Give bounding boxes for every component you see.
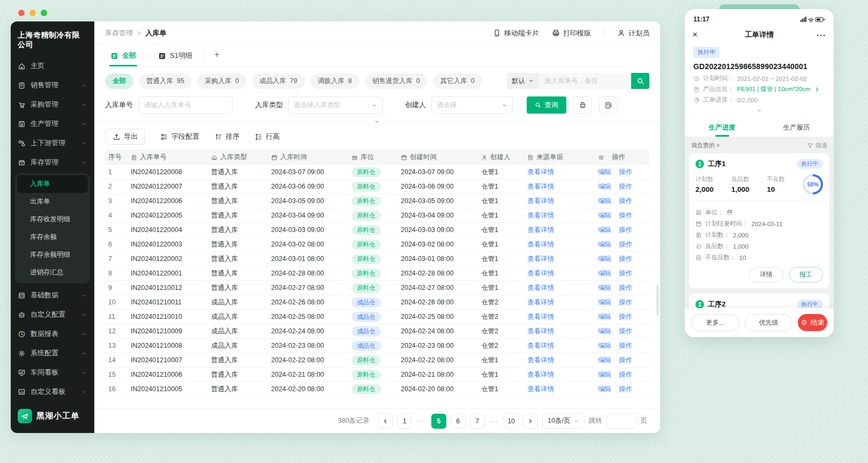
view-detail-link[interactable]: 查看详情	[527, 269, 554, 278]
table-row[interactable]: 9IN202401210012普通入库2024-02-27 08:00原料仓20…	[105, 281, 649, 295]
view-detail-link[interactable]: 查看详情	[527, 298, 554, 307]
action-link[interactable]: 操作	[619, 370, 632, 379]
view-detail-link[interactable]: 查看详情	[527, 226, 554, 235]
page-button-6[interactable]: 6	[451, 414, 466, 429]
edit-link[interactable]: 编辑	[598, 226, 611, 235]
view-detail-link[interactable]: 查看详情	[527, 370, 554, 379]
inbound-type-select[interactable]: 请选择入库类型	[288, 96, 383, 114]
action-link[interactable]: 操作	[619, 356, 632, 365]
page-size-select[interactable]: 10条/页	[542, 414, 584, 429]
tab-production-history[interactable]: 生产履历	[759, 118, 834, 137]
sidebar-item-purchase[interactable]: 采购管理	[11, 95, 94, 114]
table-row[interactable]: 11IN202401210010成品入库2024-02-25 08:00成品仓2…	[105, 310, 649, 324]
edit-link[interactable]: 编辑	[598, 327, 611, 336]
column-header[interactable]: 操作	[595, 153, 649, 162]
edit-link[interactable]: 编辑	[598, 312, 611, 322]
sidebar-item-home[interactable]: 主页	[11, 56, 94, 76]
sidebar-item-sales[interactable]: 销售管理	[11, 76, 94, 95]
column-header[interactable]: 入库类型	[208, 153, 268, 162]
page-button-7[interactable]: 7	[470, 414, 485, 429]
table-row[interactable]: 6IN202401220003普通入库2024-03-02 08:00原料仓20…	[105, 237, 649, 252]
edit-link[interactable]: 编辑	[598, 168, 611, 177]
close-icon[interactable]: ×	[692, 29, 703, 40]
user-role-menu[interactable]: 计划员	[617, 28, 649, 38]
sidebar-item-supply-chain[interactable]: 上下游管理	[11, 133, 94, 153]
minimize-window-button[interactable]	[29, 10, 36, 16]
edit-link[interactable]: 编辑	[598, 385, 611, 394]
my-tasks-filter-tag[interactable]: 我负责的 ×	[691, 141, 720, 150]
column-header[interactable]: 序号	[105, 153, 128, 162]
mobile-card-button[interactable]: 移动端卡片	[493, 28, 539, 38]
filter-chip-transfer-in[interactable]: 调拨入库8	[310, 73, 360, 89]
sidebar-item-inventory[interactable]: 库存管理	[11, 153, 94, 172]
action-link[interactable]: 操作	[619, 211, 632, 220]
column-header[interactable]: 入库时间	[268, 153, 348, 162]
table-row[interactable]: 12IN202401210009成品入库2024-02-24 08:00成品仓2…	[105, 324, 649, 339]
filter-chip-sales-return-in[interactable]: 销售退货入库0	[365, 73, 428, 89]
priority-button[interactable]: 优先级	[745, 314, 793, 331]
sidebar-subitem-inbound[interactable]: 入库单	[17, 175, 88, 193]
search-mode-select[interactable]: 默认	[507, 73, 539, 89]
row-height-button[interactable]: 行高	[255, 132, 280, 141]
table-row[interactable]: 3IN202401220006普通入库2024-03-05 09:00原料仓20…	[105, 194, 649, 208]
report-work-button[interactable]: 报工	[789, 267, 823, 282]
table-row[interactable]: 1IN202401220008普通入库2024-03-07 09:00原料仓20…	[105, 165, 649, 180]
column-header[interactable]: 入库单号	[128, 153, 208, 162]
filter-chip-all[interactable]: 全部	[105, 73, 133, 89]
page-button-10[interactable]: 10	[504, 414, 519, 429]
action-link[interactable]: 操作	[619, 182, 632, 191]
sidebar-item-system-config[interactable]: 系统配置	[11, 343, 94, 363]
close-window-button[interactable]	[18, 10, 25, 16]
action-link[interactable]: 操作	[619, 341, 632, 350]
sidebar-subitem-stock-balance-detail[interactable]: 库存余额明细	[17, 246, 88, 264]
view-detail-link[interactable]: 查看详情	[527, 312, 554, 322]
edit-link[interactable]: 编辑	[598, 370, 611, 379]
add-tab-button[interactable]: +	[209, 50, 225, 66]
page-ellipsis[interactable]: ···	[416, 417, 427, 425]
sidebar-subitem-psi-summary[interactable]: 进销存汇总	[17, 264, 88, 281]
edit-link[interactable]: 编辑	[598, 182, 611, 191]
maximize-window-button[interactable]	[41, 10, 47, 16]
action-link[interactable]: 操作	[619, 298, 632, 307]
column-header[interactable]: 创建人	[478, 153, 524, 162]
page-button-1[interactable]: 1	[397, 414, 412, 429]
page-button-5[interactable]: 5	[431, 414, 446, 429]
field-config-button[interactable]: 字段配置	[160, 132, 199, 141]
more-icon[interactable]: ···	[815, 31, 826, 40]
prev-page-button[interactable]	[378, 414, 393, 429]
view-detail-link[interactable]: 查看详情	[527, 255, 554, 264]
filter-scheme-button[interactable]	[599, 96, 618, 114]
next-page-button[interactable]	[523, 414, 538, 429]
action-link[interactable]: 操作	[619, 327, 632, 336]
print-template-button[interactable]: 打印模版	[552, 28, 591, 38]
query-button[interactable]: 查询	[527, 96, 566, 114]
table-row[interactable]: 10IN202401210011成品入库2024-02-26 08:00成品仓2…	[105, 295, 649, 310]
page-ellipsis[interactable]: ···	[489, 417, 500, 425]
view-detail-link[interactable]: 查看详情	[527, 341, 554, 350]
view-detail-link[interactable]: 查看详情	[527, 240, 554, 249]
quick-search-button[interactable]	[631, 73, 649, 89]
table-row[interactable]: 15IN202401210006普通入库2024-02-21 08:00原料仓2…	[105, 368, 649, 382]
action-link[interactable]: 操作	[619, 240, 632, 249]
sidebar-item-custom-board[interactable]: 自定义看板	[11, 382, 94, 401]
tab-all[interactable]: 全部	[105, 51, 141, 66]
sidebar-item-custom-config[interactable]: 自定义配置	[11, 305, 94, 324]
edit-link[interactable]: 编辑	[598, 356, 611, 365]
sort-button[interactable]: 排序	[214, 132, 240, 141]
view-detail-link[interactable]: 查看详情	[527, 182, 554, 191]
sidebar-subitem-outbound[interactable]: 出库单	[17, 193, 88, 211]
view-detail-link[interactable]: 查看详情	[527, 356, 554, 365]
action-link[interactable]: 操作	[619, 197, 632, 206]
view-detail-link[interactable]: 查看详情	[527, 385, 554, 394]
column-header[interactable]: 创建时间	[398, 153, 478, 162]
view-detail-link[interactable]: 查看详情	[527, 283, 554, 293]
filter-button[interactable]: 筛选	[807, 141, 827, 150]
sidebar-item-production[interactable]: 生产管理	[11, 114, 94, 133]
column-header[interactable]: 库位	[348, 153, 398, 162]
table-row[interactable]: 8IN202401220001普通入库2024-02-28 08:00原料仓20…	[105, 266, 649, 281]
table-row[interactable]: 5IN202401220004普通入库2024-03-03 09:00原料仓20…	[105, 223, 649, 237]
creator-select[interactable]: 请选择	[431, 96, 513, 114]
edit-link[interactable]: 编辑	[598, 240, 611, 249]
tab-s1-detail[interactable]: S1明细	[153, 51, 198, 66]
process-detail-button[interactable]: 详情	[749, 267, 783, 282]
